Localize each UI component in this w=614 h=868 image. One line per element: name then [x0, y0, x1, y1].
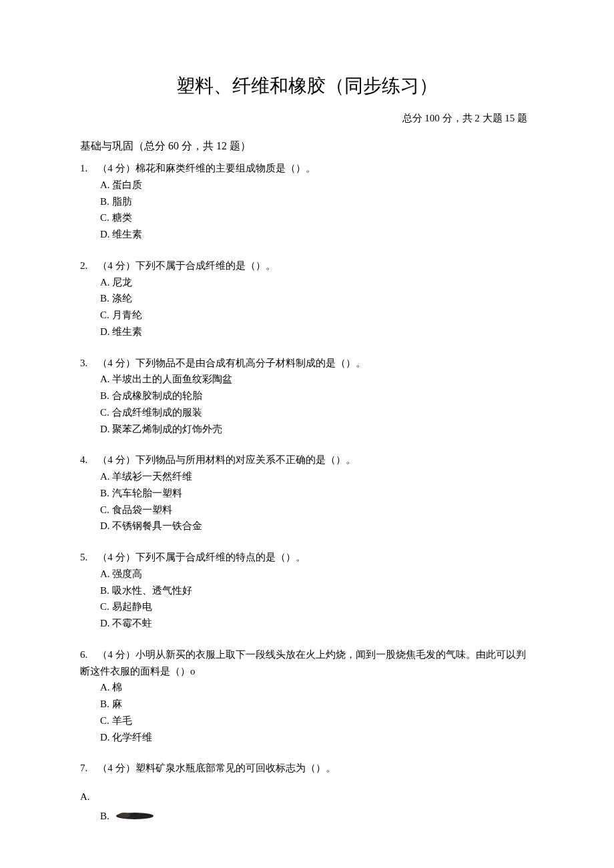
option-b: B. 麻 [100, 696, 534, 713]
question-options: A. 羊绒衫一天然纤维 B. 汽车轮胎一塑料 C. 食品袋一塑料 D. 不锈钢餐… [80, 468, 534, 534]
option-d: D. 不锈钢餐具一铁合金 [100, 518, 534, 534]
page-title: 塑料、纤维和橡胶（同步练习） [80, 73, 534, 99]
question-options: A. 强度高 B. 吸水性、透气性好 C. 易起静电 D. 不霉不蛀 [80, 566, 534, 632]
option-a: A. [80, 789, 534, 805]
option-d: D. 不霉不蛀 [100, 615, 534, 632]
question-3: 3. （4 分）下列物品不是由合成有机高分子材料制成的是（）。 A. 半坡出土的… [80, 355, 534, 438]
option-b: B. 吸水性、透气性好 [100, 582, 534, 599]
option-b: B. 汽车轮胎一塑料 [100, 485, 534, 502]
option-d: D. 维生素 [100, 324, 534, 340]
question-1: 1. （4 分）棉花和麻类纤维的主要组成物质是（）。 A. 蛋白质 B. 脂肪 … [80, 160, 534, 243]
question-options: A. 尼龙 B. 涤纶 C. 月青纶 D. 维生素 [80, 274, 534, 340]
option-d: D. 维生素 [100, 226, 534, 243]
option-a: A. 强度高 [100, 566, 534, 582]
question-7: 7. （4 分）塑料矿泉水瓶底部常见的可回收标志为（）。 A. B. [80, 760, 534, 824]
option-c: C. 易起静电 [100, 598, 534, 615]
question-stem: 2. （4 分）下列不属于合成纤维的是（）。 [80, 258, 534, 274]
question-options: A. 蛋白质 B. 脂肪 C. 糖类 D. 维生素 [80, 177, 534, 243]
option-a: A. 羊绒衫一天然纤维 [100, 468, 534, 485]
section-header: 基础与巩固（总分 60 分，共 12 题） [80, 139, 534, 153]
question-6: 6. （4 分）小明从新买的衣服上取下一段线头放在火上灼烧，闻到一股烧焦毛发的气… [80, 646, 534, 746]
svg-point-1 [118, 813, 130, 818]
question-stem: 4. （4 分）下列物品与所用材料的对应关系不正确的是（）。 [80, 452, 534, 468]
option-c: C. 羊毛 [100, 713, 534, 729]
option-b: B. 脂肪 [100, 193, 534, 210]
question-2: 2. （4 分）下列不属于合成纤维的是（）。 A. 尼龙 B. 涤纶 C. 月青… [80, 258, 534, 340]
question-stem: 1. （4 分）棉花和麻类纤维的主要组成物质是（）。 [80, 160, 534, 177]
option-a: A. 半坡出土的人面鱼纹彩陶盆 [100, 371, 534, 388]
question-stem: 6. （4 分）小明从新买的衣服上取下一段线头放在火上灼烧，闻到一股烧焦毛发的气… [80, 646, 534, 680]
option-b: B. 合成橡胶制成的轮胎 [100, 388, 534, 404]
option-c: C. 合成纤维制成的服装 [100, 404, 534, 421]
question-options: A. 棉 B. 麻 C. 羊毛 D. 化学纤维 [80, 679, 534, 745]
question-stem: 7. （4 分）塑料矿泉水瓶底部常见的可回收标志为（）。 [80, 760, 534, 777]
option-b-row: B. [80, 808, 534, 825]
option-a: A. 蛋白质 [100, 177, 534, 193]
page: 塑料、纤维和橡胶（同步练习） 总分 100 分，共 2 大题 15 题 基础与巩… [0, 0, 614, 866]
option-c: C. 食品袋一塑料 [100, 502, 534, 518]
recycle-mark-icon [115, 811, 155, 821]
option-c: C. 月青纶 [100, 307, 534, 324]
question-4: 4. （4 分）下列物品与所用材料的对应关系不正确的是（）。 A. 羊绒衫一天然… [80, 452, 534, 534]
option-b: B. 涤纶 [100, 290, 534, 307]
option-c: C. 糖类 [100, 209, 534, 226]
option-d: D. 聚苯乙烯制成的灯饰外壳 [100, 421, 534, 438]
option-b: B. [100, 808, 109, 825]
question-options: A. 半坡出土的人面鱼纹彩陶盆 B. 合成橡胶制成的轮胎 C. 合成纤维制成的服… [80, 371, 534, 437]
option-d: D. 化学纤维 [100, 729, 534, 746]
option-a: A. 棉 [100, 679, 534, 696]
page-subtitle: 总分 100 分，共 2 大题 15 题 [80, 112, 534, 125]
question-stem: 3. （4 分）下列物品不是由合成有机高分子材料制成的是（）。 [80, 355, 534, 372]
question-stem: 5. （4 分）下列不属于合成纤维的特点的是（）。 [80, 549, 534, 566]
question-5: 5. （4 分）下列不属于合成纤维的特点的是（）。 A. 强度高 B. 吸水性、… [80, 549, 534, 632]
option-a: A. 尼龙 [100, 274, 534, 291]
